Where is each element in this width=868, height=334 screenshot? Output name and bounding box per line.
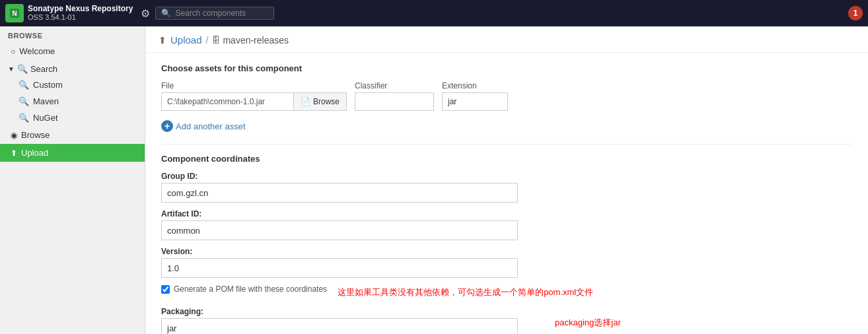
brand-version: OSS 3.54.1-01 — [28, 13, 133, 22]
gear-icon[interactable]: ⚙ — [141, 7, 150, 20]
group-id-input[interactable] — [161, 183, 518, 203]
divider — [161, 144, 852, 145]
packaging-field: Packaging: packaging选择jar — [161, 307, 852, 334]
sidebar-label-upload: Upload — [21, 148, 48, 158]
artifact-id-field: Artifact ID: — [161, 209, 852, 240]
artifact-id-input[interactable] — [161, 220, 518, 240]
search-icon: 🔍 — [17, 64, 28, 74]
breadcrumb-upload-link[interactable]: Upload — [170, 34, 202, 46]
extension-field-group: Extension — [442, 81, 508, 111]
sidebar-label-browse: Browse — [21, 130, 50, 140]
brand-name: Sonatype Nexus Repository — [28, 4, 133, 13]
sidebar: Browse ○ Welcome ▼ 🔍 Search 🔍 Custom 🔍 M… — [0, 26, 145, 334]
sidebar-item-browse[interactable]: ◉ Browse — [0, 126, 145, 144]
navbar: N Sonatype Nexus Repository OSS 3.54.1-0… — [0, 0, 868, 26]
packaging-row: Packaging: packaging选择jar — [161, 307, 852, 334]
generate-pom-checkbox-row: Generate a POM file with these coordinat… — [161, 284, 327, 294]
generate-pom-row: Generate a POM file with these coordinat… — [161, 284, 852, 300]
classifier-input[interactable] — [355, 92, 434, 111]
sidebar-label-maven: Maven — [33, 96, 59, 106]
sidebar-item-maven[interactable]: 🔍 Maven — [0, 93, 145, 110]
group-id-label: Group ID: — [161, 172, 852, 181]
nuget-search-icon: 🔍 — [18, 113, 29, 123]
maven-search-icon: 🔍 — [18, 96, 29, 106]
logo-icon: N — [5, 4, 24, 22]
form-area: Choose assets for this component File C:… — [145, 53, 868, 334]
classifier-label: Classifier — [355, 81, 434, 90]
sidebar-label-welcome: Welcome — [19, 46, 55, 56]
browse-button[interactable]: 📄 Browse — [293, 92, 347, 111]
sidebar-label-search: Search — [30, 64, 57, 74]
version-input[interactable] — [161, 258, 518, 278]
layout: Browse ○ Welcome ▼ 🔍 Search 🔍 Custom 🔍 M… — [0, 26, 868, 334]
group-id-field: Group ID: — [161, 172, 852, 203]
breadcrumb-repo: 🗄 maven-releases — [212, 35, 289, 46]
version-label: Version: — [161, 247, 852, 256]
sidebar-item-welcome[interactable]: ○ Welcome — [0, 42, 145, 60]
packaging-label: Packaging: — [161, 307, 518, 316]
welcome-icon: ○ — [11, 47, 15, 56]
extension-label: Extension — [442, 81, 508, 90]
sidebar-item-upload[interactable]: ⬆ Upload — [0, 144, 145, 162]
sidebar-label-custom: Custom — [33, 80, 63, 90]
sidebar-item-search[interactable]: ▼ 🔍 Search — [0, 60, 145, 77]
add-asset-button[interactable]: + Add another asset — [161, 117, 246, 135]
breadcrumb-separator: / — [206, 35, 209, 46]
file-field-group: File C:\fakepath\common-1.0.jar 📄 Browse — [161, 81, 347, 111]
add-icon: + — [161, 120, 173, 132]
sidebar-item-nuget[interactable]: 🔍 NuGet — [0, 110, 145, 126]
search-bar: 🔍 — [155, 7, 274, 20]
repo-icon: 🗄 — [212, 36, 220, 45]
version-field: Version: — [161, 247, 852, 278]
file-field: C:\fakepath\common-1.0.jar 📄 Browse — [161, 92, 347, 111]
asset-row: File C:\fakepath\common-1.0.jar 📄 Browse… — [161, 81, 852, 111]
upload-icon: ⬆ — [11, 149, 17, 158]
file-input-display: C:\fakepath\common-1.0.jar — [161, 92, 293, 111]
breadcrumb: ⬆ Upload / 🗄 maven-releases — [145, 26, 868, 53]
breadcrumb-repo-name: maven-releases — [223, 35, 289, 46]
annotation-text-2: packaging选择jar — [555, 317, 621, 329]
sidebar-item-custom[interactable]: 🔍 Custom — [0, 77, 145, 93]
search-icon: 🔍 — [161, 9, 171, 18]
sidebar-label-nuget: NuGet — [33, 113, 58, 123]
browse-icon: ◉ — [11, 131, 17, 140]
generate-pom-checkbox[interactable] — [161, 285, 170, 294]
coord-section-title: Component coordinates — [161, 154, 852, 164]
custom-search-icon: 🔍 — [18, 80, 29, 90]
choose-assets-title: Choose assets for this component — [161, 63, 852, 73]
generate-pom-label[interactable]: Generate a POM file with these coordinat… — [174, 284, 327, 294]
alert-badge[interactable]: 1 — [848, 6, 863, 20]
file-icon: 📄 — [301, 97, 310, 106]
file-label: File — [161, 81, 347, 90]
coord-section: Component coordinates Group ID: Artifact… — [161, 154, 852, 334]
main-content: ⬆ Upload / 🗄 maven-releases Choose asset… — [145, 26, 868, 334]
brand: N Sonatype Nexus Repository OSS 3.54.1-0… — [5, 4, 133, 22]
packaging-input[interactable] — [161, 318, 518, 334]
chevron-down-icon: ▼ — [8, 65, 15, 73]
svg-text:N: N — [12, 10, 17, 17]
search-input[interactable] — [175, 9, 268, 18]
breadcrumb-upload-icon: ⬆ — [159, 35, 166, 46]
artifact-id-label: Artifact ID: — [161, 209, 852, 218]
classifier-field-group: Classifier — [355, 81, 434, 111]
extension-input[interactable] — [442, 92, 508, 111]
sidebar-section-browse: Browse — [0, 26, 145, 42]
annotation-text-1: 这里如果工具类没有其他依赖，可勾选生成一个简单的pom.xml文件 — [338, 286, 593, 298]
